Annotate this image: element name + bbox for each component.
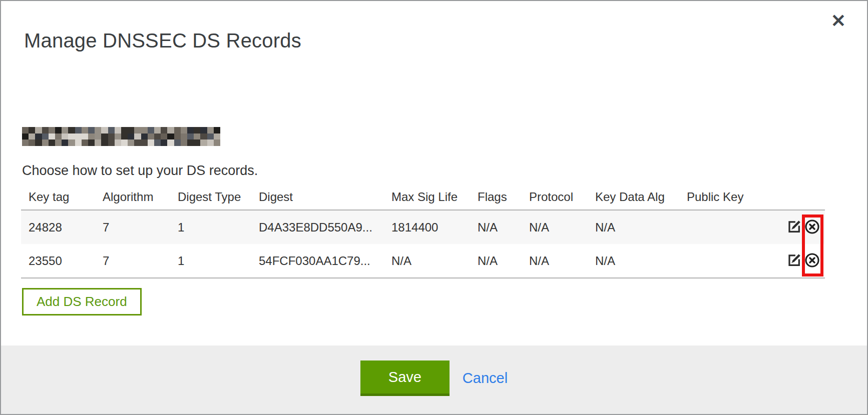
add-ds-record-button[interactable]: Add DS Record xyxy=(22,288,142,316)
cell-algorithm: 7 xyxy=(95,244,170,278)
cell-digest-type: 1 xyxy=(170,244,251,278)
delete-record-button[interactable] xyxy=(804,219,820,236)
cell-algorithm: 7 xyxy=(95,210,170,244)
col-header-actions xyxy=(762,187,825,210)
ds-record-row: 23550 7 1 54FCF030AA1C79... N/A N/A N/A … xyxy=(21,244,825,278)
edit-pencil-icon xyxy=(786,219,802,236)
cell-actions xyxy=(762,244,825,278)
x-circle-icon xyxy=(804,219,820,236)
redacted-domain-name xyxy=(22,127,220,146)
cell-digest: D4A33E8DD550A9... xyxy=(251,210,384,244)
edit-record-button[interactable] xyxy=(786,219,802,236)
cell-key-tag: 24828 xyxy=(21,210,95,244)
instruction-text: Choose how to set up your DS records. xyxy=(22,163,258,178)
col-header-algorithm: Algorithm xyxy=(95,187,170,210)
col-header-key-tag: Key tag xyxy=(21,187,95,210)
cell-digest: 54FCF030AA1C79... xyxy=(251,244,384,278)
modal-footer: Save Cancel xyxy=(1,346,867,414)
col-header-protocol: Protocol xyxy=(522,187,588,210)
cell-public-key xyxy=(679,210,762,244)
delete-record-button[interactable] xyxy=(804,252,820,270)
cell-actions xyxy=(762,210,825,244)
cell-max-sig-life: N/A xyxy=(384,244,470,278)
cell-flags: N/A xyxy=(470,244,522,278)
col-header-key-data-alg: Key Data Alg xyxy=(588,187,679,210)
table-header-row: Key tag Algorithm Digest Type Digest Max… xyxy=(21,187,825,210)
col-header-digest-type: Digest Type xyxy=(170,187,251,210)
cell-max-sig-life: 1814400 xyxy=(384,210,470,244)
col-header-max-sig-life: Max Sig Life xyxy=(384,187,470,210)
cell-public-key xyxy=(679,244,762,278)
col-header-flags: Flags xyxy=(470,187,522,210)
cell-key-data-alg: N/A xyxy=(588,210,679,244)
cell-protocol: N/A xyxy=(522,210,588,244)
col-header-digest: Digest xyxy=(251,187,384,210)
ds-records-table-container: Key tag Algorithm Digest Type Digest Max… xyxy=(21,187,825,278)
x-circle-icon xyxy=(804,252,820,270)
page-title: Manage DNSSEC DS Records xyxy=(24,30,301,52)
save-button[interactable]: Save xyxy=(360,360,450,396)
edit-record-button[interactable] xyxy=(786,252,802,270)
cancel-link[interactable]: Cancel xyxy=(463,370,508,386)
ds-records-table: Key tag Algorithm Digest Type Digest Max… xyxy=(21,187,825,278)
col-header-public-key: Public Key xyxy=(679,187,762,210)
ds-record-row: 24828 7 1 D4A33E8DD550A9... 1814400 N/A … xyxy=(21,210,825,244)
cell-key-data-alg: N/A xyxy=(588,244,679,278)
manage-dnssec-ds-records-modal: Manage DNSSEC DS Records ✕ Choose how to… xyxy=(0,0,868,415)
cell-key-tag: 23550 xyxy=(21,244,95,278)
edit-pencil-icon xyxy=(786,252,802,270)
cell-digest-type: 1 xyxy=(170,210,251,244)
cell-flags: N/A xyxy=(470,210,522,244)
cell-protocol: N/A xyxy=(522,244,588,278)
close-icon[interactable]: ✕ xyxy=(829,10,848,32)
